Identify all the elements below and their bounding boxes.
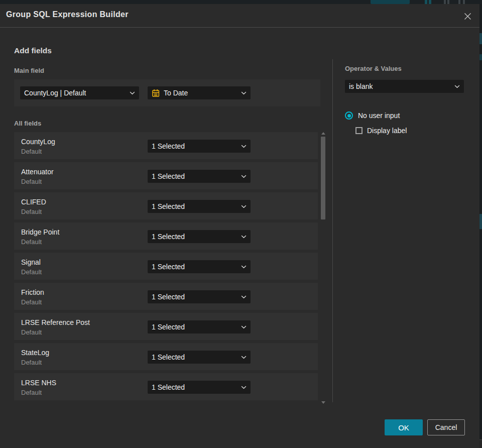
field-subtitle: Default bbox=[21, 148, 42, 155]
background-fragment bbox=[479, 33, 482, 44]
no-user-input-radio-row[interactable]: No user input bbox=[345, 111, 400, 120]
field-subtitle: Default bbox=[21, 208, 42, 215]
calendar-icon bbox=[152, 89, 160, 97]
main-field-select-value: CountyLog | Default bbox=[24, 89, 127, 97]
field-row: Friction Default 1 Selected bbox=[14, 283, 318, 310]
field-subtitle: Default bbox=[21, 178, 42, 185]
add-fields-heading: Add fields bbox=[14, 46, 52, 55]
field-selected-select[interactable]: 1 Selected bbox=[148, 230, 251, 243]
checkbox-unchecked[interactable] bbox=[355, 127, 363, 134]
operator-select[interactable]: is blank bbox=[345, 80, 464, 93]
field-selected-value: 1 Selected bbox=[152, 263, 238, 271]
close-button[interactable] bbox=[463, 12, 472, 21]
field-selected-select[interactable]: 1 Selected bbox=[148, 290, 251, 303]
field-selected-value: 1 Selected bbox=[152, 172, 238, 180]
toolbar-fragment bbox=[447, 0, 449, 4]
background-app-topbar: Live View bbox=[0, 0, 482, 4]
cancel-button[interactable]: Cancel bbox=[427, 419, 465, 435]
field-selected-select[interactable]: 1 Selected bbox=[148, 260, 251, 273]
toolbar-fragment bbox=[463, 0, 465, 4]
field-name: Signal bbox=[21, 258, 41, 266]
field-selected-select[interactable]: 1 Selected bbox=[148, 140, 251, 153]
scrollbar[interactable] bbox=[319, 132, 327, 408]
main-field-row: CountyLog | Default To Date bbox=[14, 79, 320, 106]
scroll-up-arrow-icon[interactable] bbox=[321, 132, 325, 135]
live-view-label: Live View bbox=[380, 0, 406, 1]
field-row: CLIFED Default 1 Selected bbox=[14, 192, 318, 219]
main-field-label: Main field bbox=[14, 67, 44, 74]
field-selected-select[interactable]: 1 Selected bbox=[148, 351, 251, 364]
date-select-value: To Date bbox=[164, 89, 238, 97]
radio-label: No user input bbox=[358, 111, 400, 120]
field-selected-value: 1 Selected bbox=[152, 233, 238, 241]
all-fields-label: All fields bbox=[14, 120, 41, 127]
field-subtitle: Default bbox=[21, 389, 42, 396]
date-granularity-select[interactable]: To Date bbox=[148, 86, 251, 99]
toolbar-fragment bbox=[425, 0, 427, 4]
scrollbar-thumb[interactable] bbox=[321, 137, 325, 219]
chevron-down-icon bbox=[241, 295, 247, 299]
chevron-down-icon bbox=[241, 175, 247, 178]
field-row: StateLog Default 1 Selected bbox=[14, 343, 318, 370]
field-subtitle: Default bbox=[21, 298, 42, 306]
field-selected-value: 1 Selected bbox=[152, 142, 238, 150]
field-row: LRSE Reference Post Default 1 Selected bbox=[14, 313, 318, 340]
chevron-down-icon bbox=[241, 386, 247, 389]
field-row: Attenuator Default 1 Selected bbox=[14, 162, 318, 189]
group-sql-expression-builder-dialog: Group SQL Expression Builder Add fields … bbox=[0, 4, 479, 448]
scroll-down-arrow-icon[interactable] bbox=[321, 401, 325, 404]
radio-button-checked[interactable] bbox=[345, 111, 353, 120]
field-row: Signal Default 1 Selected bbox=[14, 253, 318, 280]
chevron-down-icon bbox=[241, 205, 247, 208]
chevron-down-icon bbox=[241, 265, 247, 269]
field-subtitle: Default bbox=[21, 359, 42, 366]
field-name: CLIFED bbox=[21, 198, 46, 206]
field-name: Bridge Point bbox=[21, 228, 59, 236]
background-fragment bbox=[479, 54, 482, 60]
field-row: CountyLog Default 1 Selected bbox=[14, 132, 318, 159]
toolbar-fragment bbox=[458, 0, 460, 4]
field-selected-value: 1 Selected bbox=[152, 293, 238, 301]
chevron-down-icon bbox=[241, 325, 247, 329]
field-name: CountyLog bbox=[21, 138, 55, 146]
dialog-header: Group SQL Expression Builder bbox=[0, 4, 479, 28]
chevron-down-icon bbox=[241, 145, 247, 148]
field-selected-value: 1 Selected bbox=[152, 353, 238, 361]
chevron-down-icon bbox=[241, 235, 247, 239]
field-row: LRSE NHS Default 1 Selected bbox=[14, 373, 318, 400]
field-name: LRSE NHS bbox=[21, 379, 56, 387]
background-app-right-edge bbox=[479, 4, 482, 448]
field-subtitle: Default bbox=[21, 328, 42, 336]
background-fragment bbox=[479, 440, 482, 448]
main-field-select[interactable]: CountyLog | Default bbox=[20, 86, 139, 99]
column-divider bbox=[332, 59, 333, 402]
field-selected-value: 1 Selected bbox=[152, 202, 238, 210]
background-fragment bbox=[479, 214, 482, 229]
field-selected-select[interactable]: 1 Selected bbox=[148, 320, 251, 333]
dialog-title: Group SQL Expression Builder bbox=[6, 10, 129, 19]
toolbar-fragment bbox=[429, 0, 431, 4]
operator-values-label: Operator & Values bbox=[345, 65, 402, 72]
field-selected-select[interactable]: 1 Selected bbox=[148, 200, 251, 213]
field-name: StateLog bbox=[21, 349, 49, 357]
field-subtitle: Default bbox=[21, 268, 42, 276]
ok-button[interactable]: OK bbox=[385, 419, 423, 435]
field-selected-select[interactable]: 1 Selected bbox=[148, 381, 251, 394]
field-name: LRSE Reference Post bbox=[21, 318, 90, 326]
chevron-down-icon bbox=[241, 91, 247, 95]
radio-dot bbox=[347, 114, 351, 118]
live-view-button[interactable]: Live View bbox=[371, 0, 410, 4]
field-selected-value: 1 Selected bbox=[152, 383, 238, 391]
field-name: Attenuator bbox=[21, 168, 54, 176]
field-selected-value: 1 Selected bbox=[152, 323, 238, 331]
close-icon bbox=[464, 13, 471, 20]
checkbox-label: Display label bbox=[367, 127, 407, 135]
chevron-down-icon bbox=[130, 91, 135, 95]
operator-select-value: is blank bbox=[349, 82, 451, 90]
field-subtitle: Default bbox=[21, 238, 42, 246]
field-name: Friction bbox=[21, 288, 44, 296]
display-label-checkbox-row[interactable]: Display label bbox=[355, 127, 407, 134]
chevron-down-icon bbox=[241, 356, 247, 359]
field-row: Bridge Point Default 1 Selected bbox=[14, 222, 318, 250]
field-selected-select[interactable]: 1 Selected bbox=[148, 170, 251, 183]
